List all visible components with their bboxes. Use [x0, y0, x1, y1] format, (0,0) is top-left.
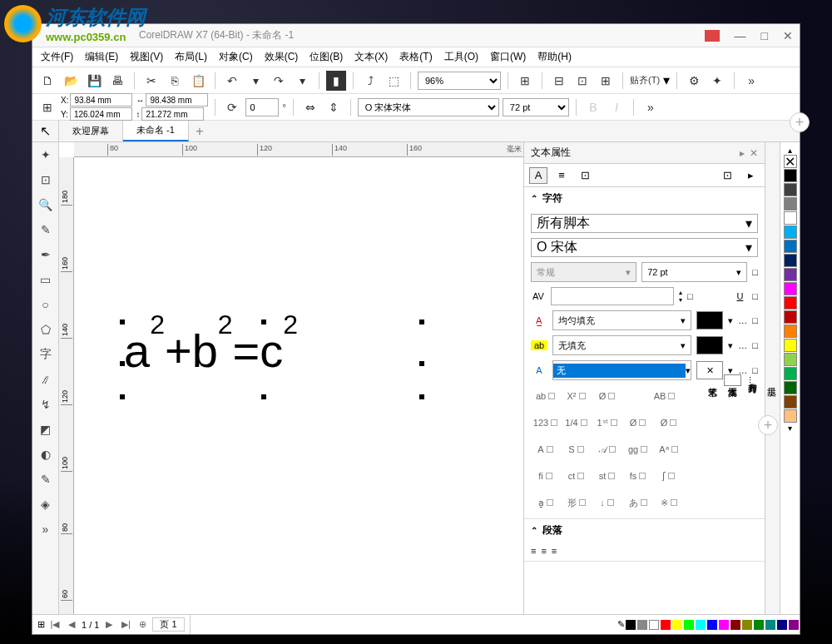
- ot-ref[interactable]: ※: [654, 492, 683, 513]
- palette-color[interactable]: [784, 268, 797, 281]
- palette-color[interactable]: [784, 296, 797, 310]
- align-right-icon[interactable]: ≡: [552, 546, 557, 556]
- font-style-select[interactable]: 常规▾: [531, 262, 636, 282]
- kerning-input[interactable]: [551, 287, 674, 305]
- ot-zero2[interactable]: Ø: [654, 412, 683, 433]
- palette-color[interactable]: [784, 409, 797, 423]
- menu-tools[interactable]: 工具(O): [444, 50, 478, 64]
- redo-drop-icon[interactable]: ▾: [292, 71, 312, 91]
- export-icon[interactable]: ⤴: [360, 71, 380, 91]
- ot-a[interactable]: A: [531, 438, 560, 460]
- plus-badge-icon[interactable]: +: [790, 112, 810, 132]
- palette-color[interactable]: [784, 367, 797, 380]
- minimize-icon[interactable]: —: [735, 29, 746, 42]
- apply-tab-icon[interactable]: ▸: [741, 167, 760, 184]
- grid-icon[interactable]: ⊡: [572, 71, 592, 91]
- ot-gg[interactable]: gg: [623, 438, 652, 460]
- fill-color-swatch[interactable]: [696, 311, 723, 329]
- opt-dot[interactable]: □: [687, 291, 693, 301]
- selection-handle[interactable]: [419, 320, 424, 324]
- script-select[interactable]: 所有脚本▾: [531, 214, 758, 233]
- palette-color[interactable]: [784, 381, 797, 394]
- ot-smcp[interactable]: Aᵃ: [654, 438, 683, 460]
- selection-handle[interactable]: [120, 320, 125, 324]
- palette-color[interactable]: [784, 254, 797, 267]
- parallel-tool-icon[interactable]: ⫽: [37, 370, 55, 389]
- shape-tool-icon[interactable]: ✦: [37, 146, 55, 164]
- selection-handle[interactable]: [120, 361, 125, 366]
- palette-none[interactable]: ✕: [784, 155, 797, 168]
- palette-color[interactable]: [784, 353, 797, 366]
- ot-frac[interactable]: 1/4: [562, 412, 591, 433]
- page-last-icon[interactable]: ▶|: [119, 619, 132, 630]
- open-icon[interactable]: 📂: [61, 71, 81, 91]
- palette-color[interactable]: [784, 324, 797, 338]
- menu-text[interactable]: 文本(X): [354, 50, 388, 64]
- tab-untitled[interactable]: 未命名 -1: [123, 121, 189, 141]
- fullscreen-icon[interactable]: ⊞: [515, 71, 535, 91]
- formula-text[interactable]: a2+b2=c2: [124, 324, 298, 378]
- tab-add-icon[interactable]: +: [189, 124, 210, 139]
- menu-edit[interactable]: 编辑(E): [85, 50, 118, 64]
- new-icon[interactable]: 🗋: [37, 71, 57, 91]
- bgfill-select[interactable]: 无填充▾: [552, 335, 691, 355]
- panel-close-icon[interactable]: ✕: [750, 147, 758, 159]
- selection-handle[interactable]: [261, 320, 266, 324]
- mirror-v-icon[interactable]: ⇕: [324, 97, 344, 117]
- ot-s[interactable]: S: [562, 438, 591, 460]
- ot-zero[interactable]: Ø: [623, 412, 652, 433]
- maximize-icon[interactable]: □: [761, 29, 768, 42]
- page-extra-icon[interactable]: ⊞: [37, 619, 45, 630]
- menu-object[interactable]: 对象(C): [219, 50, 253, 64]
- text-tool-icon[interactable]: 字: [37, 345, 55, 364]
- menu-view[interactable]: 视图(V): [130, 50, 163, 64]
- dock-align[interactable]: 对齐与分布...: [745, 371, 760, 389]
- options-icon[interactable]: ⚙: [684, 71, 704, 91]
- menu-window[interactable]: 窗口(W): [490, 50, 526, 64]
- menu-effect[interactable]: 效果(C): [265, 50, 299, 64]
- underline-icon[interactable]: U: [732, 291, 747, 301]
- mirror-h-icon[interactable]: ⇔: [300, 97, 320, 117]
- palette-down-icon[interactable]: ▾: [788, 424, 792, 433]
- ot-down[interactable]: ↓: [592, 492, 622, 513]
- y-input[interactable]: [70, 107, 132, 121]
- ot-u1[interactable]: a̱: [531, 492, 560, 513]
- snap-label[interactable]: 贴齐(T): [630, 74, 660, 87]
- launch-icon[interactable]: ✦: [707, 71, 727, 91]
- ot-swash[interactable]: 𝒜: [592, 438, 622, 460]
- selection-handle[interactable]: [419, 361, 424, 366]
- fontsize-select[interactable]: 72 pt: [503, 98, 569, 116]
- menu-table[interactable]: 表格(T): [399, 50, 432, 64]
- page-next-icon[interactable]: ▶: [102, 619, 116, 630]
- more-icon[interactable]: »: [641, 97, 661, 117]
- ot-ct[interactable]: ct: [562, 465, 591, 487]
- page-tab[interactable]: 页 1: [152, 617, 184, 632]
- selection-handle[interactable]: [419, 394, 424, 399]
- palette-color[interactable]: [784, 339, 797, 352]
- canvas[interactable]: a2+b2=c2: [74, 157, 523, 614]
- font-select[interactable]: O 宋体宋体: [358, 98, 499, 116]
- panel-font-select[interactable]: O 宋体▾: [531, 238, 758, 257]
- dock-text-props[interactable]: 文本属性: [724, 374, 741, 386]
- palette-color[interactable]: [784, 169, 797, 182]
- ot-kana[interactable]: あ: [623, 492, 652, 513]
- fill-tool-icon[interactable]: ◈: [37, 495, 55, 513]
- connector-tool-icon[interactable]: ↯: [37, 395, 55, 414]
- more-tool-icon[interactable]: »: [37, 520, 55, 538]
- menu-file[interactable]: 文件(F): [41, 50, 73, 64]
- plus-badge-icon[interactable]: +: [758, 415, 778, 435]
- char-tab-icon[interactable]: A: [529, 167, 547, 184]
- fill-more-icon[interactable]: …: [738, 315, 747, 325]
- bold-icon[interactable]: B: [583, 97, 603, 117]
- bgfill-color-swatch[interactable]: [696, 336, 723, 354]
- page-add-icon[interactable]: ⊕: [136, 619, 149, 630]
- palette-color[interactable]: [784, 225, 797, 239]
- pick-tool-icon[interactable]: ↖: [32, 121, 59, 141]
- undo-icon[interactable]: ↶: [222, 71, 242, 91]
- menu-help[interactable]: 帮助(H): [537, 50, 572, 64]
- ot-super[interactable]: X²: [562, 385, 591, 407]
- italic-icon[interactable]: I: [607, 97, 626, 117]
- ot-fi[interactable]: fi: [531, 465, 560, 487]
- artistic-tool-icon[interactable]: ✒: [37, 245, 55, 264]
- eyedropper-tool-icon[interactable]: ✎: [37, 470, 55, 488]
